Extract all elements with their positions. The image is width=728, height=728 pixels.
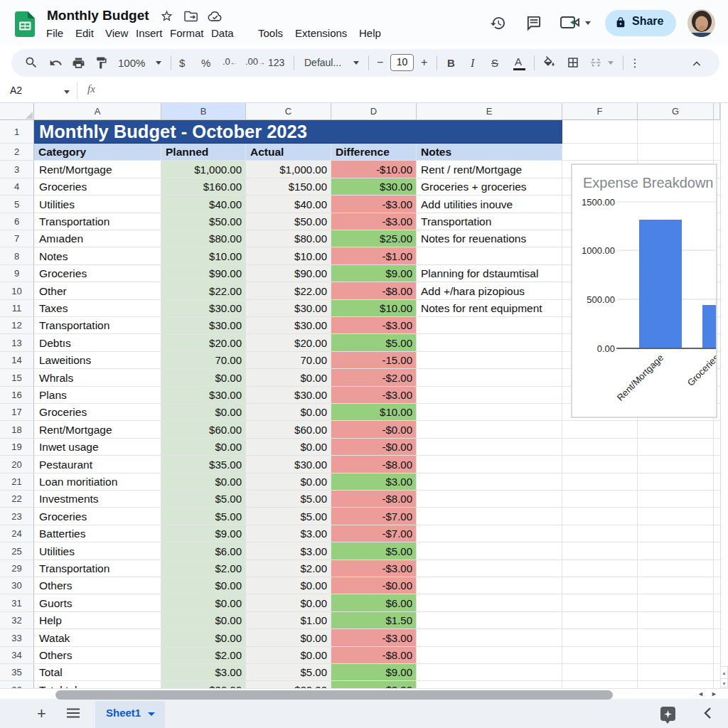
svg-text:1000.00: 1000.00: [582, 245, 615, 256]
svg-text:Rent/Mortgage: Rent/Mortgage: [615, 353, 665, 403]
svg-text:Groceries: Groceries: [685, 352, 717, 388]
svg-text:1500.00: 1500.00: [582, 197, 615, 208]
svg-text:0.00: 0.00: [597, 343, 615, 354]
svg-text:500.00: 500.00: [587, 294, 615, 305]
